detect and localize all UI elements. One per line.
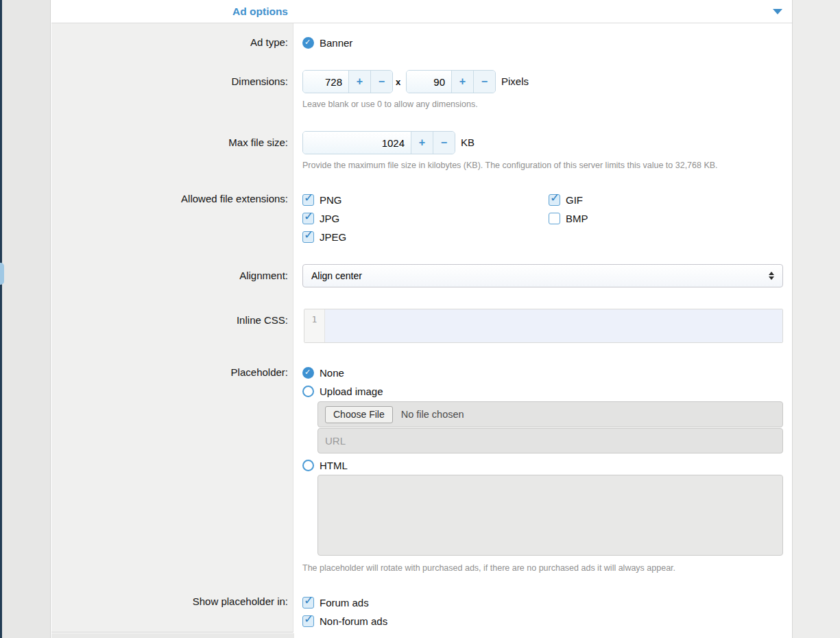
radio-checked-icon[interactable]: ✓ [302,37,314,49]
placeholder-url-input[interactable] [317,428,783,453]
select-arrows-icon [769,272,774,280]
placeholder-none-label: None [320,367,344,379]
max-file-size-decrement-button[interactable]: − [433,132,455,154]
choose-file-button[interactable]: Choose File [325,406,393,423]
dimensions-unit: Pixels [501,75,529,87]
chevron-down-icon [773,9,782,14]
radio-checked-icon[interactable]: ✓ [302,367,314,379]
placeholder-upload-label: Upload image [320,386,383,397]
checkbox-checked-icon[interactable]: ✓ [302,231,314,243]
right-gutter [792,0,840,638]
placeholder-label: Placeholder: [62,366,288,378]
width-increment-button[interactable]: + [348,71,370,93]
inline-css-editor: 1 [304,309,783,343]
max-file-size-increment-button[interactable]: + [411,132,433,154]
allowed-extensions-label: Allowed file extensions: [62,193,288,204]
checkbox-checked-icon[interactable]: ✓ [302,194,314,206]
alignment-select[interactable]: Align center [302,264,783,287]
max-file-size-unit: KB [461,137,475,148]
placeholder-hint: The placeholder will rotate with purchas… [302,563,675,573]
file-chosen-status: No file chosen [401,409,464,420]
left-gutter [2,0,51,638]
width-decrement-button[interactable]: − [370,71,392,93]
dimensions-hint: Leave blank or use 0 to allow any dimens… [302,99,478,109]
line-number-gutter: 1 [304,309,325,342]
height-input[interactable] [407,71,451,93]
check-icon: ✓ [304,593,313,607]
radio-unchecked-icon[interactable] [302,460,314,471]
ad-type-label: Ad type: [62,36,288,48]
width-spinner: + − [302,70,393,93]
checkbox-checked-icon[interactable]: ✓ [302,213,314,224]
checkbox-checked-icon[interactable]: ✓ [302,597,314,609]
width-input[interactable] [303,71,348,93]
placeholder-html-option[interactable]: HTML [302,459,348,471]
show-placeholder-in-label: Show placeholder in: [62,595,288,607]
extension-png-option[interactable]: ✓ PNG [302,193,342,206]
radio-unchecked-icon[interactable] [302,386,314,397]
extension-jpg-option[interactable]: ✓ JPG [302,212,339,224]
extension-png-label: PNG [320,194,342,206]
check-icon: ✓ [304,228,313,241]
label-column-footer [51,633,294,638]
placeholder-file-field[interactable]: Choose File No file chosen [317,401,783,427]
placeholder-none-option[interactable]: ✓ None [302,366,344,379]
forum-ads-label: Forum ads [320,597,369,609]
height-decrement-button[interactable]: − [473,71,495,93]
extension-jpeg-label: JPEG [320,231,346,243]
height-spinner: + − [406,70,496,93]
max-file-size-label: Max file size: [62,137,288,148]
max-file-size-hint: Provide the maximum file size in kilobyt… [302,161,718,170]
section-header[interactable]: Ad options [51,0,792,23]
placeholder-html-textarea[interactable] [317,475,783,556]
check-icon: ✓ [304,368,311,377]
ad-options-screen: Ad options Ad type: Dimensions: Max file… [0,0,840,638]
inline-css-input[interactable] [325,309,782,342]
section-title: Ad options [51,5,288,18]
dimensions-separator: x [396,77,400,87]
ad-type-option-label: Banner [320,37,352,49]
check-icon: ✓ [304,209,313,223]
alignment-label: Alignment: [62,270,288,281]
show-in-forum-ads-option[interactable]: ✓ Forum ads [302,596,369,609]
extension-gif-option[interactable]: ✓ GIF [549,193,583,206]
extension-gif-label: GIF [566,194,583,206]
checkbox-checked-icon[interactable]: ✓ [302,615,314,627]
checkbox-unchecked-icon[interactable] [549,213,560,224]
extension-jpeg-option[interactable]: ✓ JPEG [302,231,346,243]
check-icon: ✓ [304,612,313,626]
extension-jpg-label: JPG [320,213,339,224]
max-file-size-spinner: + − [302,131,455,154]
extension-bmp-label: BMP [566,213,588,224]
dimensions-label: Dimensions: [62,75,288,87]
placeholder-upload-option[interactable]: Upload image [302,385,383,397]
non-forum-ads-label: Non-forum ads [320,615,387,627]
extension-bmp-option[interactable]: BMP [549,212,588,224]
ad-type-banner-option[interactable]: ✓ Banner [302,36,352,49]
check-icon: ✓ [550,191,560,204]
check-icon: ✓ [304,191,313,204]
alignment-selected-value: Align center [311,270,769,281]
checkbox-checked-icon[interactable]: ✓ [549,194,560,206]
max-file-size-input[interactable] [303,132,411,154]
left-scroll-indicator [0,263,4,285]
label-column [51,23,293,633]
placeholder-html-label: HTML [320,460,348,471]
show-in-non-forum-ads-option[interactable]: ✓ Non-forum ads [302,615,387,627]
check-icon: ✓ [304,38,311,47]
height-increment-button[interactable]: + [451,71,473,93]
inline-css-label: Inline CSS: [62,314,288,326]
collapse-toggle-button[interactable] [773,9,782,16]
